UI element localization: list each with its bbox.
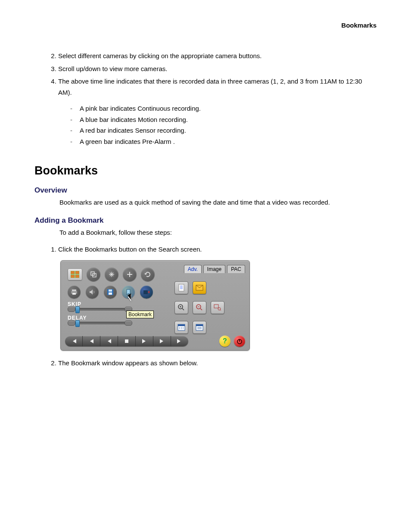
- magnifier-region-icon: [214, 304, 221, 311]
- layout-grid-button[interactable]: [68, 268, 82, 280]
- svg-rect-23: [125, 339, 128, 343]
- stop-icon: [125, 339, 128, 343]
- svg-rect-11: [109, 292, 112, 295]
- svg-rect-3: [75, 275, 79, 278]
- list-item: Select different cameras by clicking on …: [58, 50, 377, 62]
- first-button[interactable]: [65, 336, 83, 346]
- playback-controls: [65, 336, 188, 346]
- rewind-icon: [107, 339, 111, 343]
- calendar-button[interactable]: [174, 321, 188, 334]
- tab-image[interactable]: Image: [203, 265, 225, 273]
- search-screen-panel: Adv. Image PAC: [60, 260, 250, 351]
- sub-list: A pink bar indicates Continuous recordin…: [70, 103, 377, 147]
- overview-heading: Overview: [34, 186, 377, 195]
- refresh-button[interactable]: [141, 268, 155, 281]
- plus-icon: [127, 271, 133, 277]
- stop-button[interactable]: [118, 336, 136, 346]
- steps-list: Click the Bookmarks button on the Search…: [34, 244, 377, 255]
- page-header-right: Bookmarks: [34, 22, 377, 29]
- skip-next-icon: [159, 339, 165, 343]
- zoom-out-button[interactable]: [87, 268, 100, 281]
- steps-list-cont: The Bookmark window appears as shown bel…: [34, 358, 377, 369]
- step-item: The Bookmark window appears as shown bel…: [58, 358, 377, 369]
- bookmark-tooltip: Bookmark: [126, 311, 154, 318]
- play-button[interactable]: [136, 336, 153, 346]
- svg-rect-22: [196, 324, 203, 326]
- svg-rect-20: [178, 324, 185, 326]
- svg-rect-0: [71, 271, 75, 274]
- delay-slider[interactable]: [68, 322, 132, 324]
- magnifier-plus-icon: [178, 304, 185, 311]
- tab-pac[interactable]: PAC: [227, 265, 245, 273]
- zoom-out-button2[interactable]: [193, 301, 206, 314]
- zoom-in-button[interactable]: [174, 301, 188, 314]
- zoom-out-icon: [90, 271, 97, 278]
- document-button[interactable]: [174, 281, 188, 294]
- svg-rect-8: [72, 293, 76, 295]
- list-item: The above time line indicates that there…: [58, 76, 377, 147]
- add-button[interactable]: [123, 268, 137, 281]
- expand-icon: [108, 271, 115, 278]
- schedule-button[interactable]: [193, 321, 206, 334]
- sub-list-item: A red bar indicates Sensor recording.: [70, 125, 377, 136]
- zoom-region-button[interactable]: [211, 301, 224, 314]
- speaker-icon: [89, 289, 96, 295]
- rewind-button[interactable]: [100, 336, 118, 346]
- sub-list-item: A blue bar indicates Motion recording.: [70, 114, 377, 125]
- svg-rect-1: [75, 271, 79, 274]
- print-icon: [71, 289, 78, 295]
- slider-thumb[interactable]: [75, 320, 80, 327]
- prev-button[interactable]: [83, 336, 100, 346]
- sub-list-item: A pink bar indicates Continuous recordin…: [70, 103, 377, 114]
- svg-rect-17: [214, 305, 218, 308]
- export-button[interactable]: [140, 286, 153, 299]
- grid-icon: [71, 271, 79, 278]
- refresh-icon: [144, 271, 151, 278]
- slider-plus-icon: [125, 320, 132, 326]
- section-title: Bookmarks: [34, 164, 377, 177]
- slider-minus-icon: [68, 320, 75, 326]
- next-button[interactable]: [153, 336, 171, 346]
- mail-button[interactable]: [193, 281, 206, 294]
- skip-prev-icon: [89, 339, 94, 343]
- adding-intro: To add a Bookmark, follow these steps:: [59, 227, 377, 238]
- envelope-icon: [196, 285, 203, 291]
- svg-rect-13: [179, 284, 184, 291]
- tabs: Adv. Image PAC: [184, 265, 245, 273]
- list-item-text: The above time line indicates that there…: [58, 78, 362, 96]
- list-item: Scroll up/down to view more cameras.: [58, 63, 377, 75]
- play-icon: [142, 339, 146, 343]
- slider-minus-icon: [68, 307, 75, 312]
- document-icon: [178, 284, 185, 292]
- svg-rect-10: [109, 289, 112, 292]
- overview-text: Bookmarks are used as a quick method of …: [59, 197, 377, 208]
- step-item: Click the Bookmarks button on the Search…: [58, 244, 377, 255]
- expand-button[interactable]: [105, 268, 118, 281]
- adding-heading: Adding a Bookmark: [34, 216, 377, 225]
- svg-rect-2: [71, 275, 75, 278]
- calendar-icon: [177, 324, 185, 331]
- skip-slider[interactable]: [68, 308, 132, 311]
- svg-rect-12: [143, 290, 148, 294]
- floppy-icon: [107, 289, 114, 296]
- audio-button[interactable]: [86, 286, 99, 299]
- magnifier-minus-icon: [196, 304, 203, 311]
- tab-adv[interactable]: Adv.: [184, 265, 202, 273]
- print-button[interactable]: [68, 286, 81, 299]
- svg-rect-6: [72, 289, 76, 291]
- save-button[interactable]: [104, 286, 117, 299]
- export-icon: [143, 289, 150, 295]
- sub-list-item: A green bar indicates Pre-Alarm .: [70, 136, 377, 147]
- slider-thumb[interactable]: [75, 306, 80, 313]
- schedule-icon: [196, 324, 203, 331]
- numbered-list: Select different cameras by clicking on …: [34, 50, 377, 147]
- skip-first-icon: [71, 339, 77, 343]
